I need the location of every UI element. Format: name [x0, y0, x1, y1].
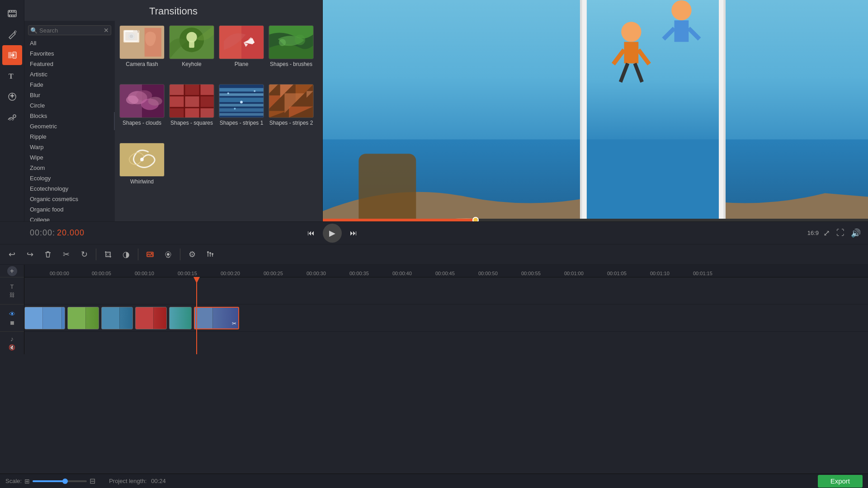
- category-item-blur[interactable]: Blur: [24, 90, 115, 100]
- transition-shapes-squares[interactable]: Shapes - squares: [169, 84, 214, 138]
- audio-button[interactable]: [160, 246, 176, 263]
- timeline-with-side: + T ⛓ 👁 ◼ ♪ 🔇 00:00:00: [0, 265, 868, 354]
- video-progress-thumb[interactable]: [472, 217, 479, 221]
- svg-rect-57: [219, 108, 263, 112]
- category-sidebar: 🔍 ✕ All Favorites Featured Artistic Fade…: [24, 21, 115, 221]
- category-item-fade[interactable]: Fade: [24, 80, 115, 90]
- cut-button[interactable]: ✂: [58, 246, 74, 263]
- category-item-ecotechnology[interactable]: Ecotechnology: [24, 183, 115, 194]
- transition-plane[interactable]: Plane: [219, 25, 264, 80]
- svg-rect-90: [107, 253, 109, 256]
- category-item-geometric[interactable]: Geometric: [24, 121, 115, 131]
- svg-rect-6: [9, 15, 10, 17]
- category-search-box: 🔍 ✕: [28, 25, 111, 35]
- clip-2[interactable]: [67, 307, 99, 329]
- ruler-mark-25: 00:00:25: [264, 271, 307, 276]
- category-item-warp[interactable]: Warp: [24, 142, 115, 152]
- scale-slider[interactable]: [33, 480, 87, 482]
- category-item-ripple[interactable]: Ripple: [24, 131, 115, 142]
- mute-icon[interactable]: 🔇: [9, 344, 15, 351]
- rotate-button[interactable]: ↻: [76, 246, 92, 263]
- transition-shapes-stripes1[interactable]: Shapes - stripes 1: [219, 84, 264, 138]
- clip-4[interactable]: [135, 307, 167, 329]
- svg-rect-23: [133, 30, 139, 33]
- add-track-button[interactable]: +: [7, 266, 17, 276]
- category-item-blocks[interactable]: Blocks: [24, 111, 115, 121]
- ruler-mark-15: 00:00:15: [178, 271, 221, 276]
- category-item-college[interactable]: College: [24, 215, 115, 221]
- svg-rect-48: [200, 96, 213, 107]
- clip-3[interactable]: [101, 307, 133, 329]
- transition-label-shapes-stripes1: Shapes - stripes 1: [220, 120, 264, 127]
- transition-keyhole[interactable]: Keyhole: [169, 25, 214, 80]
- undo-button[interactable]: ↩: [4, 246, 20, 263]
- sidebar-icon-motion[interactable]: [2, 108, 22, 127]
- sidebar-icon-film[interactable]: [2, 4, 22, 23]
- transition-camera-flash[interactable]: Camera flash: [119, 25, 165, 80]
- sidebar-collapse-button[interactable]: ◀: [114, 112, 115, 130]
- equalizer-button[interactable]: [202, 246, 218, 263]
- link-track-icon[interactable]: ⛓: [9, 292, 15, 298]
- text-track-icon[interactable]: T: [10, 283, 14, 290]
- redo-button[interactable]: ↪: [22, 246, 38, 263]
- svg-rect-2: [8, 15, 16, 16]
- music-icon[interactable]: ♪: [10, 335, 14, 343]
- sidebar-icon-text[interactable]: T: [2, 66, 22, 86]
- category-item-organic-cosmetics[interactable]: Organic cosmetics: [24, 194, 115, 204]
- export-button[interactable]: Export: [818, 475, 863, 488]
- category-item-circle[interactable]: Circle: [24, 100, 115, 111]
- fullscreen-button[interactable]: ⛶: [835, 226, 846, 239]
- transition-label-shapes-squares: Shapes - squares: [170, 120, 213, 127]
- category-item-artistic[interactable]: Artistic: [24, 69, 115, 80]
- skip-forward-button[interactable]: ⏭: [345, 225, 362, 241]
- skip-back-button[interactable]: ⏮: [303, 225, 319, 241]
- play-button[interactable]: ▶: [323, 224, 342, 243]
- external-view-button[interactable]: ⤢: [821, 226, 832, 240]
- crop-button[interactable]: [100, 246, 116, 263]
- svg-point-21: [128, 33, 135, 40]
- transition-shapes-clouds[interactable]: Shapes - clouds: [119, 84, 165, 138]
- category-item-all[interactable]: All: [24, 38, 115, 48]
- transitions-body: 🔍 ✕ All Favorites Featured Artistic Fade…: [24, 21, 322, 221]
- volume-button[interactable]: 🔊: [849, 226, 863, 240]
- playback-controls: ⏮ ▶ ⏭: [303, 224, 362, 243]
- svg-rect-56: [219, 104, 263, 107]
- category-item-organic-food[interactable]: Organic food: [24, 204, 115, 215]
- transition-label-whirlwind: Whirlwind: [130, 178, 154, 186]
- search-input[interactable]: [39, 27, 104, 34]
- time-static: 00:00:: [30, 228, 55, 238]
- sidebar-icon-magic[interactable]: [2, 24, 22, 44]
- transition-shapes-stripes2[interactable]: Shapes - stripes 2: [269, 84, 314, 138]
- transition-whirlwind[interactable]: Whirlwind: [119, 143, 165, 197]
- transition-label-shapes-brushes: Shapes - brushes: [270, 61, 312, 68]
- clip-6[interactable]: ✂: [194, 307, 239, 329]
- sidebar-icon-transitions[interactable]: [2, 45, 22, 65]
- settings-button[interactable]: ⚙: [184, 246, 200, 263]
- category-item-favorites[interactable]: Favorites: [24, 48, 115, 59]
- delete-button[interactable]: [40, 246, 56, 263]
- svg-rect-1: [8, 12, 16, 13]
- search-icon: 🔍: [30, 27, 38, 34]
- svg-rect-76: [587, 139, 719, 221]
- search-clear-button[interactable]: ✕: [104, 27, 109, 34]
- sidebar-icon-effects[interactable]: [2, 87, 22, 107]
- toolbar-divider-2: [138, 249, 138, 260]
- timeline-ruler[interactable]: 00:00:00 00:00:05 00:00:10 00:00:15 00:0…: [24, 265, 868, 277]
- image-button[interactable]: [142, 246, 158, 263]
- svg-point-99: [209, 252, 211, 254]
- clip-1[interactable]: [24, 307, 65, 329]
- category-item-wipe[interactable]: Wipe: [24, 152, 115, 163]
- transition-shapes-brushes[interactable]: Shapes - brushes: [269, 25, 314, 80]
- visibility-icon[interactable]: 👁: [9, 310, 15, 318]
- category-item-zoom[interactable]: Zoom: [24, 163, 115, 173]
- color-button[interactable]: ◑: [118, 246, 134, 263]
- scale-max-icon: ⊟: [90, 477, 95, 485]
- category-item-featured[interactable]: Featured: [24, 59, 115, 69]
- clip-5[interactable]: [169, 307, 192, 329]
- lock-icon[interactable]: ◼: [10, 319, 14, 326]
- transitions-panel: Transitions 🔍 ✕ All Favorites Featured A…: [24, 0, 323, 221]
- svg-rect-20: [125, 32, 137, 41]
- svg-point-15: [9, 118, 11, 120]
- svg-rect-53: [219, 88, 263, 92]
- category-item-ecology[interactable]: Ecology: [24, 173, 115, 183]
